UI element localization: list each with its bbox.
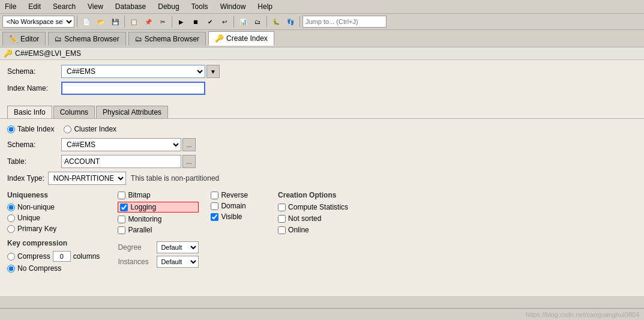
separator xyxy=(77,16,77,28)
options-area: Uniqueness Non-unique Unique Primary Key… xyxy=(7,191,637,275)
monitoring-checkbox[interactable] xyxy=(118,216,125,223)
bitmap-check[interactable]: Bitmap xyxy=(118,191,199,199)
menu-database[interactable]: Database xyxy=(113,1,148,12)
editor-icon: ✏️ xyxy=(9,35,18,43)
workspace-select[interactable]: <No Workspace selected> xyxy=(2,16,74,28)
domain-check[interactable]: Domain xyxy=(211,202,248,210)
compress-radio[interactable] xyxy=(7,253,15,261)
bitmap-checkbox[interactable] xyxy=(118,192,125,199)
separator xyxy=(266,16,267,28)
schema-select[interactable]: C##EMS xyxy=(61,65,205,78)
primary-key-option[interactable]: Primary Key xyxy=(7,225,100,233)
domain-checkbox[interactable] xyxy=(211,202,218,210)
menu-file[interactable]: File xyxy=(2,1,19,12)
index-name-label: Index Name: xyxy=(7,84,61,92)
debug-btn[interactable]: 🐛 xyxy=(269,15,283,28)
menu-edit[interactable]: Edit xyxy=(26,1,43,12)
degree-select[interactable]: Default xyxy=(157,241,199,253)
not-sorted-check[interactable]: Not sorted xyxy=(278,214,348,223)
create-index-icon: 🔑 xyxy=(215,34,224,43)
menu-view[interactable]: View xyxy=(85,1,106,12)
basic-table-input[interactable] xyxy=(61,155,181,168)
basic-schema-row: Schema: C##EMS … xyxy=(7,138,637,151)
non-unique-radio[interactable] xyxy=(7,204,15,211)
jump-to-input[interactable] xyxy=(302,16,387,28)
copy-btn[interactable]: 📋 xyxy=(127,15,140,28)
tab-create-index[interactable]: 🔑 Create Index xyxy=(208,31,274,46)
key-compression-section: Key compression Compress columns No Comp… xyxy=(7,239,100,273)
cut-btn[interactable]: ✂ xyxy=(156,15,169,28)
schema-dots-btn[interactable]: ▼ xyxy=(206,65,220,78)
menu-debug[interactable]: Debug xyxy=(155,1,181,12)
index-type-radio-group: Table Index Cluster Index xyxy=(7,125,637,133)
logging-check[interactable]: Logging xyxy=(118,202,199,213)
schema2-icon: 🗂 xyxy=(135,35,142,43)
cluster-index-option[interactable]: Cluster Index xyxy=(64,125,116,133)
table-index-radio[interactable] xyxy=(7,125,15,133)
rollback-btn[interactable]: ↩ xyxy=(218,15,231,28)
separator xyxy=(233,16,234,28)
menu-bar: File Edit Search View Database Debug Too… xyxy=(0,0,644,14)
compute-stats-checkbox[interactable] xyxy=(278,204,286,211)
non-unique-option[interactable]: Non-unique xyxy=(7,203,100,211)
checkbox-col2: Reverse Domain Visible xyxy=(211,191,248,275)
schema-btn[interactable]: 🗂 xyxy=(251,15,264,28)
stop-btn[interactable]: ⏹ xyxy=(189,15,202,28)
unique-option[interactable]: Unique xyxy=(7,214,100,222)
online-checkbox[interactable] xyxy=(278,226,286,234)
menu-tools[interactable]: Tools xyxy=(189,1,211,12)
checkbox-col1: Bitmap Logging Monitoring Parallel xyxy=(118,191,199,275)
paste-btn[interactable]: 📌 xyxy=(142,15,155,28)
compress-columns-input[interactable] xyxy=(53,251,71,262)
primary-key-radio[interactable] xyxy=(7,225,15,233)
table-index-option[interactable]: Table Index xyxy=(7,125,54,133)
open-btn[interactable]: 📂 xyxy=(94,15,107,28)
reverse-check[interactable]: Reverse xyxy=(211,191,248,199)
degree-section: Degree Default Instances Default xyxy=(118,241,199,270)
main-content: Schema: C##EMS ▼ Index Name: Basic Info … xyxy=(0,60,644,296)
creation-options-title: Creation Options xyxy=(278,191,348,199)
tab-schema2[interactable]: 🗂 Schema Browser xyxy=(128,32,206,46)
basic-table-dots[interactable]: … xyxy=(182,155,196,168)
step-btn[interactable]: 👣 xyxy=(284,15,297,28)
parallel-checkbox[interactable] xyxy=(118,226,125,234)
cluster-index-radio[interactable] xyxy=(64,125,71,133)
compute-stats-check[interactable]: Compute Statistics xyxy=(278,203,348,211)
tab-schema1[interactable]: 🗂 Schema Browser xyxy=(48,32,125,46)
unique-radio[interactable] xyxy=(7,214,15,222)
basic-schema-dots[interactable]: … xyxy=(182,138,196,151)
index-type-select[interactable]: NON-PARTITIONED xyxy=(48,172,126,185)
subtab-basic-info[interactable]: Basic Info xyxy=(7,106,52,118)
logging-checkbox[interactable] xyxy=(120,204,128,211)
menu-help[interactable]: Help xyxy=(255,1,275,12)
no-compress-option[interactable]: No Compress xyxy=(7,264,100,273)
reverse-checkbox[interactable] xyxy=(211,192,218,199)
new-btn[interactable]: 📄 xyxy=(80,15,93,28)
run-btn[interactable]: ▶ xyxy=(175,15,188,28)
schema-row: Schema: C##EMS ▼ xyxy=(7,65,637,78)
online-check[interactable]: Online xyxy=(278,226,348,234)
menu-search[interactable]: Search xyxy=(50,1,78,12)
visible-check[interactable]: Visible xyxy=(211,213,248,221)
not-sorted-checkbox[interactable] xyxy=(278,215,286,223)
no-compress-radio[interactable] xyxy=(7,265,15,273)
save-btn[interactable]: 💾 xyxy=(109,15,122,28)
menu-window[interactable]: Window xyxy=(218,1,248,12)
checkbox-columns: Bitmap Logging Monitoring Parallel xyxy=(118,191,248,275)
instances-select[interactable]: Default xyxy=(157,256,199,268)
subtab-columns[interactable]: Columns xyxy=(53,106,95,118)
visible-checkbox[interactable] xyxy=(211,213,218,221)
explain-btn[interactable]: 📊 xyxy=(236,15,250,28)
monitoring-check[interactable]: Monitoring xyxy=(118,215,199,223)
parallel-check[interactable]: Parallel xyxy=(118,226,199,234)
breadcrumb-icon: 🔑 xyxy=(4,49,13,58)
index-name-input[interactable] xyxy=(61,82,205,95)
commit-btn[interactable]: ✔ xyxy=(203,15,217,28)
compress-option[interactable]: Compress columns xyxy=(7,251,100,262)
subtab-physical-attrs[interactable]: Physical Attributes xyxy=(96,106,168,118)
basic-schema-select[interactable]: C##EMS xyxy=(61,138,181,151)
uniqueness-box: Uniqueness Non-unique Unique Primary Key… xyxy=(7,191,100,275)
index-type-desc: This table is non-partitioned xyxy=(131,174,219,183)
index-type-label: Index Type: xyxy=(7,174,44,183)
tab-editor[interactable]: ✏️ Editor xyxy=(2,32,46,46)
